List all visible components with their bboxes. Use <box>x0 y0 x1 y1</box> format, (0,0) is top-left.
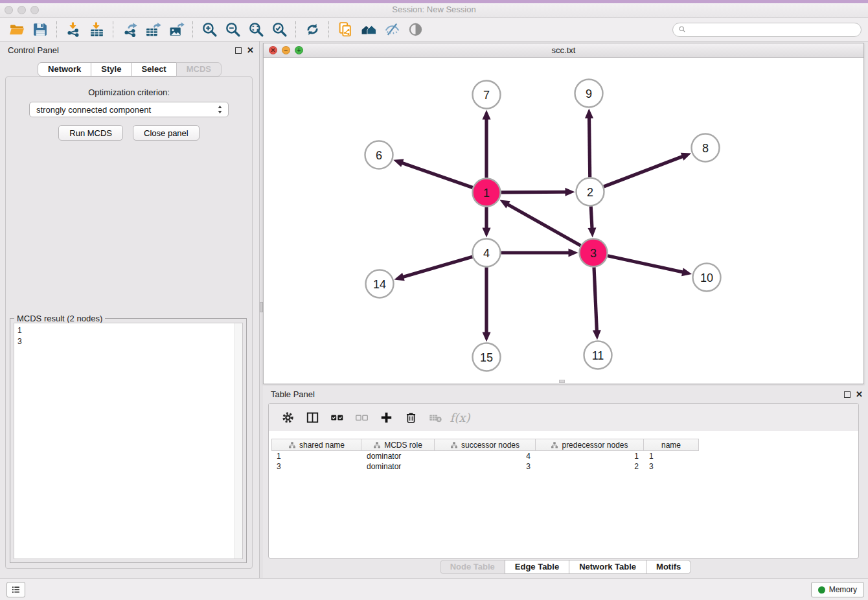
import-network-button[interactable] <box>62 20 85 40</box>
save-session-button[interactable] <box>29 20 52 40</box>
table-close-panel-icon[interactable]: ✕ <box>856 391 863 398</box>
table-cell[interactable]: 2 <box>536 461 644 472</box>
column-header-shared-name[interactable]: shared name <box>271 439 361 451</box>
table-cell[interactable]: 3 <box>644 461 699 472</box>
table-cell[interactable]: 4 <box>435 451 536 461</box>
graph-node-9[interactable]: 9 <box>575 80 603 108</box>
graph-edge-3-1[interactable] <box>499 200 580 246</box>
tab-mcds[interactable]: MCDS <box>176 62 222 76</box>
run-mcds-button[interactable]: Run MCDS <box>58 125 123 141</box>
column-header-mcds-role[interactable]: MCDS role <box>361 439 435 451</box>
graph-node-14[interactable]: 14 <box>366 270 394 298</box>
import-table-button[interactable] <box>85 20 108 40</box>
task-history-button[interactable] <box>6 582 25 597</box>
graph-edge-2-3[interactable] <box>588 206 596 237</box>
zoom-fit-button[interactable] <box>244 20 268 40</box>
deselect-all-button[interactable] <box>352 408 371 427</box>
toolbar-separator <box>56 21 57 38</box>
graph-edge-4-15[interactable] <box>483 268 491 342</box>
column-header-successor-nodes[interactable]: successor nodes <box>435 439 536 451</box>
node-label: 9 <box>586 87 592 100</box>
table-row[interactable]: 3dominator323 <box>271 461 856 472</box>
tab-select[interactable]: Select <box>131 62 176 76</box>
graph-edge-2-9[interactable] <box>585 108 593 177</box>
criterion-select[interactable]: strongly connected component <box>29 102 229 117</box>
refresh-button[interactable] <box>301 20 324 40</box>
table-cell[interactable]: dominator <box>361 451 435 461</box>
open-session-button[interactable] <box>5 20 29 40</box>
graph-node-3[interactable]: 3 <box>580 239 608 267</box>
graph-node-4[interactable]: 4 <box>473 239 501 267</box>
graph-node-7[interactable]: 7 <box>473 81 501 109</box>
graph-edge-3-11[interactable] <box>593 267 601 340</box>
table-cell[interactable]: 1 <box>271 451 361 461</box>
canvas-scroll-grip[interactable] <box>559 380 565 383</box>
column-header-label: predecessor nodes <box>562 441 628 450</box>
graph-edge-2-8[interactable] <box>604 153 691 187</box>
zoom-in-button[interactable] <box>198 20 221 40</box>
show-columns-button[interactable] <box>303 408 322 427</box>
graph-edge-4-14[interactable] <box>394 257 473 281</box>
tab-network[interactable]: Network <box>38 62 91 76</box>
tab-motifs[interactable]: Motifs <box>646 560 691 574</box>
tab-network-table[interactable]: Network Table <box>569 560 646 574</box>
table-cell[interactable]: 1 <box>536 451 644 461</box>
zoom-selected-icon <box>271 21 288 38</box>
create-column-button[interactable] <box>376 408 396 427</box>
close-panel-button[interactable]: Close panel <box>133 125 200 141</box>
table-cell[interactable]: 3 <box>271 461 361 472</box>
search-input[interactable] <box>691 25 856 35</box>
graph-edge-1-2[interactable] <box>501 188 575 196</box>
graph-edge-1-4[interactable] <box>483 207 491 238</box>
graph-edge-4-3[interactable] <box>501 249 578 257</box>
app-title: Session: New Session <box>0 5 868 14</box>
graph-node-11[interactable]: 11 <box>584 341 612 369</box>
graph-node-6[interactable]: 6 <box>365 141 393 169</box>
show-graphics-details-icon <box>407 21 424 38</box>
delete-columns-button[interactable] <box>401 408 420 427</box>
mcds-result-group: MCDS result (2 nodes) 13 <box>10 318 247 563</box>
tab-style[interactable]: Style <box>91 62 131 76</box>
graph-node-15[interactable]: 15 <box>473 343 501 371</box>
show-columns-icon <box>306 411 319 424</box>
float-panel-icon[interactable] <box>235 47 242 54</box>
duplicate-network-button[interactable] <box>334 20 357 40</box>
table-cell[interactable]: 3 <box>435 461 536 472</box>
select-all-button[interactable] <box>327 408 347 427</box>
graph-node-8[interactable]: 8 <box>692 134 720 162</box>
column-header-predecessor-nodes[interactable]: predecessor nodes <box>536 439 644 451</box>
graph-edge-1-6[interactable] <box>393 159 473 188</box>
export-network-button[interactable] <box>118 20 141 40</box>
node-label: 15 <box>480 351 493 364</box>
export-image-button[interactable] <box>165 20 188 40</box>
table-mode-button[interactable] <box>278 408 297 427</box>
table-cell[interactable]: dominator <box>361 461 435 472</box>
status-bar: Memory <box>0 578 868 600</box>
graph-edge-1-7[interactable] <box>483 110 491 178</box>
graph-node-2[interactable]: 2 <box>577 178 604 206</box>
graph-node-10[interactable]: 10 <box>693 264 721 292</box>
node-label: 7 <box>483 89 490 102</box>
zoom-selected-button[interactable] <box>268 20 291 40</box>
hide-graphics-details-button[interactable] <box>380 20 404 40</box>
export-table-button[interactable] <box>141 20 165 40</box>
show-graphics-details-button[interactable] <box>404 20 427 40</box>
tab-edge-table[interactable]: Edge Table <box>505 560 569 574</box>
table-cell[interactable]: 1 <box>644 451 699 461</box>
column-header-name[interactable]: name <box>644 439 699 451</box>
network-graph[interactable]: 1234678910111415 <box>264 58 863 384</box>
network-window-titlebar[interactable]: ✕ − + scc.txt <box>264 43 863 58</box>
table-body: 1dominator4113dominator323 <box>271 451 856 472</box>
open-session-icon <box>9 21 25 38</box>
graph-node-1[interactable]: 1 <box>473 179 501 207</box>
graph-edge-3-10[interactable] <box>608 256 692 276</box>
table-float-panel-icon[interactable] <box>844 391 851 398</box>
network-canvas[interactable]: 1234678910111415 <box>264 58 863 384</box>
table-row[interactable]: 1dominator411 <box>271 451 856 461</box>
close-panel-icon[interactable]: ✕ <box>247 47 254 54</box>
tab-node-table[interactable]: Node Table <box>440 560 505 574</box>
result-scrollbar[interactable] <box>234 323 242 559</box>
zoom-out-button[interactable] <box>221 20 244 40</box>
memory-button[interactable]: Memory <box>811 582 864 597</box>
home-overview-button[interactable] <box>357 20 380 40</box>
